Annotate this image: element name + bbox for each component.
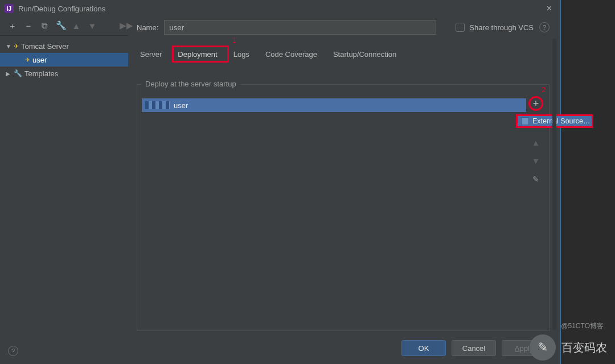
watermark-logo-icon: ✎ (530, 334, 556, 361)
annotation-label-1: 1 (232, 36, 236, 44)
deploy-fieldset: Deploy at the server startup user 2 + − … (137, 84, 550, 331)
watermark-brand: 百变码农 (561, 340, 607, 355)
tree-node-tomcat[interactable]: ▼ ✈ Tomcat Server (0, 39, 128, 53)
vertical-scrollbar[interactable] (552, 39, 556, 330)
deploy-side-tools: + − ▲ ▼ ✎ (528, 96, 543, 184)
artifact-icon (145, 101, 170, 109)
cancel-button[interactable]: Cancel (452, 340, 496, 356)
tree-node-templates[interactable]: ▶ 🔧 Templates (0, 67, 128, 80)
down-icon[interactable]: ▼ (88, 21, 97, 31)
deploy-item-label: user (174, 101, 188, 110)
config-tree: ▼ ✈ Tomcat Server ✈ user ▶ 🔧 Templates (0, 35, 128, 331)
share-vcs-checkbox[interactable]: Share through VCS (456, 23, 534, 32)
tabs: Server Deployment Logs Code Coverage Sta… (137, 48, 550, 61)
move-down-icon[interactable]: ▼ (532, 156, 540, 166)
popup-label: External Source… (532, 117, 590, 125)
tree-node-user[interactable]: ✈ user (0, 53, 128, 67)
watermark-credit: @51CTO博客 (561, 321, 604, 331)
tab-deployment[interactable]: Deployment (177, 48, 218, 61)
close-icon[interactable]: × (543, 2, 555, 15)
copy-config-icon[interactable]: ⧉ (40, 20, 49, 31)
watermark: ✎ 百变码农 (530, 334, 607, 361)
chevron-right-icon: ▶ (6, 71, 11, 77)
wrench-icon: 🔧 (14, 69, 22, 77)
annotation-label-2: 2 (542, 86, 546, 94)
remove-config-icon[interactable]: − (24, 21, 33, 31)
tomcat-icon: ✈ (25, 56, 30, 64)
tree-item-label: Templates (24, 69, 58, 78)
add-config-icon[interactable]: + (8, 21, 17, 31)
share-label: Share through VCS (469, 23, 534, 32)
help-button[interactable]: ? (8, 346, 18, 356)
expand-icon[interactable]: ▶▶ (120, 20, 129, 31)
tab-logs[interactable]: Logs (232, 48, 251, 61)
window-title: Run/Debug Configurations (18, 5, 105, 13)
name-label: Name: (137, 23, 158, 32)
app-icon: IJ (5, 4, 14, 13)
checkbox-icon (456, 23, 465, 32)
up-icon[interactable]: ▲ (72, 21, 81, 31)
deploy-list-item[interactable]: user (142, 98, 526, 112)
tab-server[interactable]: Server (139, 48, 163, 61)
main-panel: Name: Share through VCS ? Server Deploym… (137, 19, 550, 331)
add-deployment-button[interactable]: + (528, 96, 543, 111)
edit-deployment-icon[interactable]: ✎ (532, 175, 539, 184)
tomcat-icon: ✈ (14, 43, 19, 50)
artifact-icon (521, 117, 529, 125)
tab-code-coverage[interactable]: Code Coverage (264, 48, 318, 61)
wrench-icon[interactable]: 🔧 (56, 20, 65, 31)
tree-item-label: Tomcat Server (21, 42, 69, 51)
tree-item-label: user (32, 56, 47, 64)
move-up-icon[interactable]: ▲ (532, 138, 540, 147)
ok-button[interactable]: OK (401, 340, 446, 356)
dialog-buttons: OK Cancel Apply (401, 340, 546, 356)
config-name-input[interactable] (164, 20, 436, 35)
fieldset-legend: Deploy at the server startup (142, 80, 240, 88)
tab-startup-connection[interactable]: Startup/Connection (332, 48, 397, 61)
run-debug-dialog: IJ Run/Debug Configurations × + − ⧉ 🔧 ▲ … (0, 0, 561, 364)
chevron-down-icon: ▼ (6, 43, 11, 49)
help-icon[interactable]: ? (539, 22, 550, 32)
titlebar: IJ Run/Debug Configurations × (0, 0, 560, 17)
name-row: Name: Share through VCS ? (137, 19, 550, 35)
